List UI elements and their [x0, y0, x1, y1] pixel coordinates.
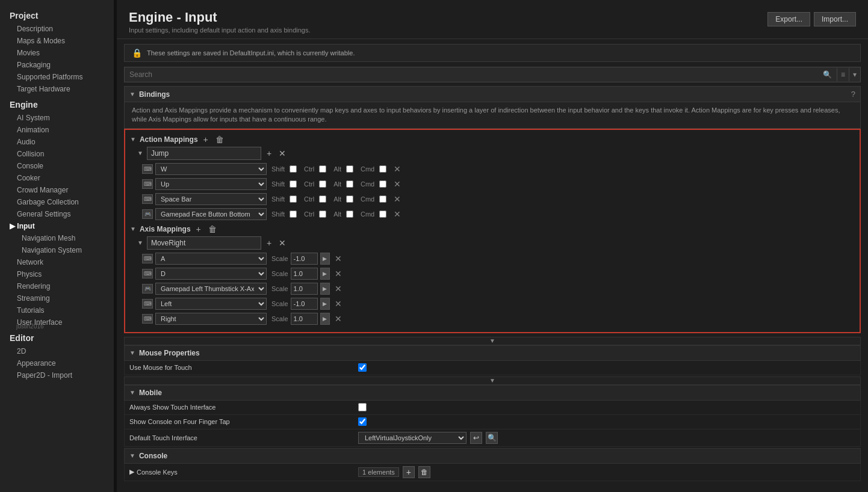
sidebar-item-appearance[interactable]: Appearance [0, 357, 114, 369]
add-action-mapping-button[interactable]: + [202, 135, 210, 144]
moveright-name-input[interactable] [147, 236, 261, 250]
shift-checkbox-gamepad[interactable] [290, 211, 297, 218]
reset-touch-button[interactable]: ↩ [470, 432, 482, 444]
search-input[interactable] [125, 67, 818, 82]
shift-checkbox-space[interactable] [290, 195, 297, 203]
jump-key-gamepad-select[interactable]: Gamepad Face Button Bottom [155, 208, 267, 220]
import-button[interactable]: Import... [814, 12, 856, 26]
delete-jump-button[interactable]: ✕ [277, 149, 288, 158]
cmd-checkbox-w[interactable] [379, 165, 386, 173]
moveright-scale-a-input[interactable] [291, 253, 318, 265]
scale-expand-left-icon[interactable]: ▶ [320, 298, 330, 310]
jump-key-w-select[interactable]: W [155, 163, 267, 175]
jump-name-input[interactable] [147, 147, 261, 160]
bindings-section-header[interactable]: ▼ Bindings ? [124, 86, 861, 102]
view-toggle-icon[interactable]: ≡ [837, 68, 849, 81]
sidebar-item-tutorials[interactable]: Tutorials [0, 304, 114, 316]
console-keys-expand-icon[interactable]: ▶ [129, 468, 134, 476]
default-touch-select[interactable]: LeftVirtualJoystickOnly [358, 432, 467, 444]
sidebar-item-2d[interactable]: 2D [0, 345, 114, 357]
sidebar-item-user-interface[interactable]: User Interface [0, 316, 114, 328]
view-options-icon[interactable]: ▾ [849, 68, 860, 81]
ctrl-checkbox-space[interactable] [319, 195, 326, 203]
delete-up-key-button[interactable]: ✕ [394, 179, 401, 189]
scale-expand-d-icon[interactable]: ▶ [320, 268, 330, 280]
search-touch-button[interactable]: 🔍 [486, 432, 498, 444]
divider-chevron[interactable]: ▼ [124, 337, 861, 345]
jump-key-space-select[interactable]: Space Bar [155, 193, 267, 205]
sidebar-item-movies[interactable]: Movies [0, 47, 114, 59]
sidebar-item-navigation-system[interactable]: Navigation System [0, 244, 114, 256]
cmd-checkbox-up[interactable] [379, 180, 386, 188]
use-mouse-touch-checkbox[interactable] [358, 363, 367, 372]
delete-axis-mapping-button[interactable]: 🗑 [206, 224, 219, 234]
cmd-checkbox-space[interactable] [379, 195, 386, 203]
scale-expand-right-icon[interactable]: ▶ [320, 313, 330, 325]
shift-checkbox-up[interactable] [290, 180, 297, 188]
sidebar-item-crowd-manager[interactable]: Crowd Manager [0, 184, 114, 196]
scale-expand-gamepad-icon[interactable]: ▶ [320, 283, 330, 295]
moveright-scale-right-input[interactable] [291, 313, 318, 325]
delete-console-key-button[interactable]: 🗑 [418, 466, 430, 478]
moveright-scale-d-input[interactable] [291, 268, 318, 280]
add-console-key-button[interactable]: + [403, 466, 415, 478]
delete-moveright-button[interactable]: ✕ [277, 238, 288, 248]
delete-gamepad-key-button[interactable]: ✕ [394, 209, 401, 219]
console-section-header[interactable]: ▼ Console [124, 448, 861, 464]
sidebar-item-animation[interactable]: Animation [0, 124, 114, 136]
shift-checkbox-w[interactable] [290, 165, 297, 173]
bindings-help-icon[interactable]: ? [851, 90, 855, 99]
moveright-key-d-select[interactable]: D [155, 268, 267, 280]
sidebar-item-console[interactable]: Console [0, 160, 114, 172]
moveright-scale-gamepad-input[interactable] [291, 283, 318, 295]
mouse-properties-header[interactable]: ▼ Mouse Properties [124, 345, 861, 361]
sidebar-item-audio[interactable]: Audio [0, 136, 114, 148]
sidebar-item-network[interactable]: Network [0, 256, 114, 268]
sidebar-item-navigation-mesh[interactable]: Navigation Mesh [0, 232, 114, 244]
sidebar-item-input[interactable]: ▶ Input [0, 220, 114, 232]
delete-space-key-button[interactable]: ✕ [394, 194, 401, 204]
delete-right-key-button[interactable]: ✕ [335, 314, 342, 324]
add-moveright-key-button[interactable]: + [265, 238, 273, 248]
search-icon[interactable]: 🔍 [818, 68, 837, 81]
mobile-section-header[interactable]: ▼ Mobile [124, 385, 861, 401]
moveright-key-a-select[interactable]: A [155, 253, 267, 265]
export-button[interactable]: Export... [767, 12, 810, 26]
sidebar-item-general-settings[interactable]: General Settings [0, 208, 114, 220]
scale-expand-a-icon[interactable]: ▶ [320, 253, 330, 265]
sidebar-item-physics[interactable]: Physics [0, 268, 114, 280]
sidebar-item-streaming[interactable]: Streaming [0, 292, 114, 304]
sidebar-item-collision[interactable]: Collision [0, 148, 114, 160]
sidebar-item-supported-platforms[interactable]: Supported Platforms [0, 71, 114, 83]
ctrl-checkbox-up[interactable] [319, 180, 326, 188]
show-console-checkbox[interactable] [358, 417, 367, 426]
delete-left-key-button[interactable]: ✕ [335, 299, 342, 309]
sidebar-item-paper2d[interactable]: Paper2D - Import [0, 369, 114, 381]
add-axis-mapping-button[interactable]: + [194, 224, 203, 234]
sidebar-item-description[interactable]: Description [0, 23, 114, 35]
moveright-key-left-select[interactable]: Left [155, 298, 267, 310]
alt-checkbox-gamepad[interactable] [346, 211, 353, 218]
moveright-scale-left-input[interactable] [291, 298, 318, 310]
ctrl-checkbox-gamepad[interactable] [319, 211, 326, 218]
moveright-key-gamepad-select[interactable]: Gamepad Left Thumbstick X-Axis [155, 283, 267, 295]
cmd-checkbox-gamepad[interactable] [379, 211, 386, 218]
sidebar-item-maps-modes[interactable]: Maps & Modes [0, 35, 114, 47]
jump-key-up-select[interactable]: Up [155, 178, 267, 190]
delete-a-key-button[interactable]: ✕ [335, 254, 342, 263]
always-show-touch-checkbox[interactable] [358, 403, 367, 411]
moveright-key-right-select[interactable]: Right [155, 313, 267, 325]
delete-d-key-button[interactable]: ✕ [335, 269, 342, 278]
alt-checkbox-up[interactable] [346, 180, 353, 188]
ctrl-checkbox-w[interactable] [319, 165, 326, 173]
add-jump-key-button[interactable]: + [265, 149, 273, 158]
sidebar-item-packaging[interactable]: Packaging [0, 59, 114, 71]
delete-action-mapping-button[interactable]: 🗑 [214, 135, 226, 144]
delete-w-key-button[interactable]: ✕ [394, 164, 401, 174]
sidebar-item-target-hardware[interactable]: Target Hardware [0, 83, 114, 95]
sidebar-item-garbage-collection[interactable]: Garbage Collection [0, 196, 114, 208]
sidebar-item-ai-system[interactable]: AI System [0, 112, 114, 124]
sidebar-item-cooker[interactable]: Cooker [0, 172, 114, 184]
alt-checkbox-w[interactable] [346, 165, 353, 173]
alt-checkbox-space[interactable] [346, 195, 353, 203]
